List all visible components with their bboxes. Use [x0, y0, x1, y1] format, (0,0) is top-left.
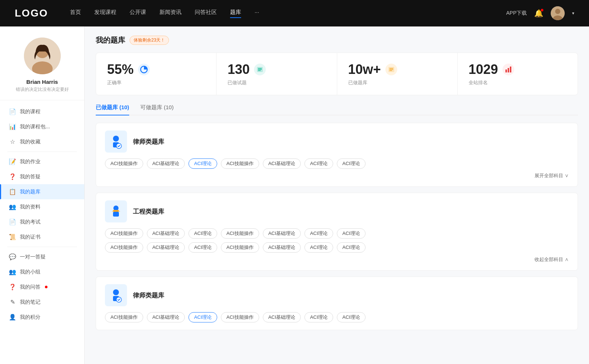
trial-badge: 体验剩余23天！	[130, 36, 169, 45]
profile-avatar	[24, 38, 61, 74]
sidebar-item-question-bank[interactable]: 📋 我的题库	[0, 184, 84, 199]
homework-icon: 📝	[9, 158, 16, 165]
notes-icon: ✎	[9, 299, 16, 306]
app-download-button[interactable]: APP下载	[506, 10, 527, 17]
tag-item[interactable]: ACI基础理论	[147, 242, 185, 253]
nav-news[interactable]: 新闻资讯	[159, 9, 181, 18]
tag-item[interactable]: ACI理论	[304, 158, 333, 169]
main-content: 我的题库 体验剩余23天！ 55% 正确率 13	[85, 26, 589, 364]
qbank-lawyer-2-icon	[105, 284, 127, 306]
sidebar-item-one-on-one[interactable]: 💬 一对一答疑	[0, 249, 84, 264]
tag-item[interactable]: ACI理论	[304, 242, 333, 253]
question-bank-icon: 📋	[9, 188, 16, 195]
nav-discover[interactable]: 发现课程	[94, 9, 116, 18]
tag-item[interactable]: ACI技能操作	[105, 158, 143, 169]
sidebar-item-notes[interactable]: ✎ 我的笔记	[0, 295, 84, 310]
tag-item[interactable]: ACI技能操作	[105, 312, 143, 322]
nav-links: 首页 发现课程 公开课 新闻资讯 问答社区 题库 ···	[70, 9, 506, 18]
tag-item[interactable]: ACI理论	[337, 228, 366, 239]
tag-item[interactable]: ACI技能操作	[221, 312, 259, 322]
tag-item[interactable]: ACI技能操作	[221, 242, 259, 253]
sidebar-menu: 📄 我的课程 📊 我的课程包... ☆ 我的收藏 📝 我的作业 ❓ 我的答疑 �	[0, 100, 84, 328]
stat-done-questions: 130 已做试题	[216, 53, 337, 95]
tag-item[interactable]: ACI理论	[188, 228, 217, 239]
tag-item-selected[interactable]: ACI理论	[188, 158, 217, 169]
svg-rect-17	[510, 67, 511, 72]
qbank-lawyer-1-footer: 展开全部科目 ∨	[105, 172, 569, 179]
sidebar: Brian Harris 错误的决定比没有决定要好 📄 我的课程 📊 我的课程包…	[0, 26, 85, 364]
sidebar-item-points[interactable]: 👤 我的积分	[0, 310, 84, 325]
nav-home[interactable]: 首页	[70, 9, 81, 18]
stat-done-banks-label: 已做题库	[348, 79, 367, 86]
qbank-lawyer-1-icon	[105, 131, 127, 153]
svg-rect-15	[505, 69, 507, 72]
logo: LOGO	[15, 7, 48, 19]
sidebar-motto: 错误的决定比没有决定要好	[16, 86, 69, 93]
notification-bell[interactable]: 🔔	[534, 9, 543, 18]
sidebar-item-qa[interactable]: ❓ 我的答疑	[0, 169, 84, 184]
tag-item[interactable]: ACI技能操作	[221, 158, 259, 169]
user-menu-chevron[interactable]: ▾	[572, 11, 574, 16]
qbank-lawyer-2-header: 律师类题库	[105, 284, 569, 306]
tag-item[interactable]: ACI技能操作	[105, 242, 143, 253]
tag-item[interactable]: ACI基础理论	[147, 158, 185, 169]
tag-item[interactable]: ACI基础理论	[263, 242, 301, 253]
materials-icon: 👥	[9, 203, 16, 210]
collapse-link[interactable]: 收起全部科目 ∧	[535, 256, 569, 263]
nav-more[interactable]: ···	[254, 9, 259, 18]
svg-point-18	[113, 136, 119, 142]
stat-done-banks-value: 10w+	[348, 62, 381, 77]
expand-link[interactable]: 展开全部科目 ∨	[535, 172, 569, 179]
tag-item[interactable]: ACI理论	[337, 158, 366, 169]
tag-item[interactable]: ACI技能操作	[221, 228, 259, 239]
stat-done-banks-top: 10w+	[348, 62, 397, 77]
tag-item[interactable]: ACI基础理论	[263, 312, 301, 322]
tag-item[interactable]: ACI理论	[337, 242, 366, 253]
course-pack-icon: 📊	[9, 123, 16, 130]
stat-ranking-top: 1029	[469, 62, 514, 77]
nav-bank[interactable]: 题库	[230, 9, 241, 18]
notification-dot	[541, 9, 543, 11]
tab-done-banks[interactable]: 已做题库 (10)	[96, 104, 129, 115]
svg-point-24	[113, 289, 119, 295]
nav-qa[interactable]: 问答社区	[195, 9, 217, 18]
svg-rect-22	[113, 212, 119, 217]
user-avatar[interactable]	[551, 6, 565, 20]
sidebar-item-certificate[interactable]: 📜 我的证书	[0, 229, 84, 245]
nav-right: APP下载 🔔 ▾	[506, 6, 574, 20]
my-course-icon: 📄	[9, 108, 16, 115]
ranking-icon	[502, 64, 514, 75]
tab-available-banks[interactable]: 可做题库 (10)	[140, 104, 174, 115]
sidebar-item-my-course[interactable]: 📄 我的课程	[0, 104, 84, 119]
points-icon: 👤	[9, 314, 16, 321]
tag-item[interactable]: ACI理论	[304, 228, 333, 239]
tag-item[interactable]: ACI理论	[337, 312, 366, 322]
sidebar-item-group[interactable]: 👥 我的小组	[0, 264, 84, 279]
tag-item[interactable]: ACI基础理论	[147, 228, 185, 239]
qbank-engineer-title: 工程类题库	[133, 207, 164, 216]
qbank-engineer-tags-row2: ACI技能操作 ACI基础理论 ACI理论 ACI技能操作 ACI基础理论 AC…	[105, 242, 569, 253]
sidebar-item-exam[interactable]: 📄 我的考试	[0, 214, 84, 229]
qbank-engineer-header: 工程类题库	[105, 200, 569, 222]
qbank-lawyer-1-tags: ACI技能操作 ACI基础理论 ACI理论 ACI技能操作 ACI基础理论 AC…	[105, 158, 569, 169]
sidebar-item-favorites[interactable]: ☆ 我的收藏	[0, 134, 84, 149]
one-on-one-icon: 💬	[9, 253, 16, 260]
qbank-lawyer-1-title: 律师类题库	[133, 138, 164, 146]
tag-item-selected[interactable]: ACI理论	[188, 312, 217, 322]
tag-item[interactable]: ACI基础理论	[263, 158, 301, 169]
tag-item[interactable]: ACI基础理论	[147, 312, 185, 322]
sidebar-item-homework[interactable]: 📝 我的作业	[0, 154, 84, 169]
tag-item[interactable]: ACI理论	[188, 242, 217, 253]
sidebar-item-course-pack[interactable]: 📊 我的课程包...	[0, 119, 84, 134]
sidebar-item-materials[interactable]: 👥 我的资料	[0, 199, 84, 214]
page-body: Brian Harris 错误的决定比没有决定要好 📄 我的课程 📊 我的课程包…	[0, 26, 589, 364]
tag-item[interactable]: ACI技能操作	[105, 228, 143, 239]
tag-item[interactable]: ACI基础理论	[263, 228, 301, 239]
sidebar-username: Brian Harris	[27, 79, 58, 85]
qbank-engineer-footer: 收起全部科目 ∧	[105, 256, 569, 263]
tag-item[interactable]: ACI理论	[304, 312, 333, 322]
nav-open-course[interactable]: 公开课	[130, 9, 146, 18]
qbank-card-lawyer-2: 律师类题库 ACI技能操作 ACI基础理论 ACI理论 ACI技能操作 ACI基…	[96, 276, 578, 330]
sidebar-item-my-qa[interactable]: ❓ 我的问答	[0, 279, 84, 295]
svg-rect-23	[113, 210, 119, 212]
